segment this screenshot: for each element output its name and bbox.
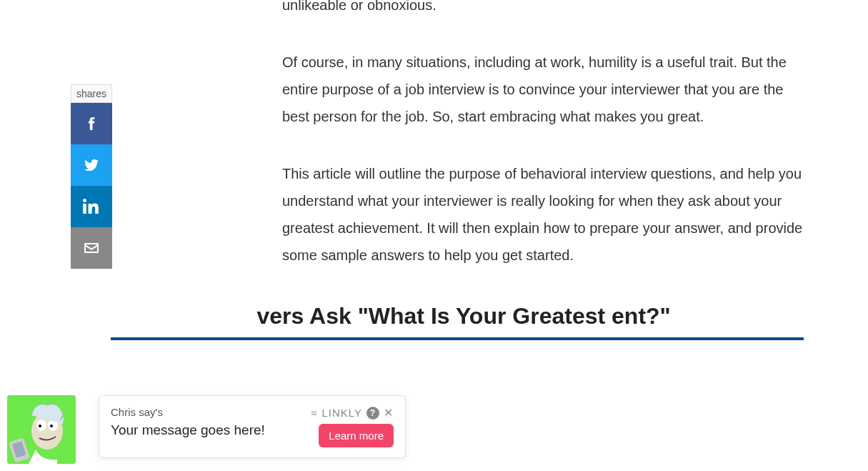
- chat-bubble: Chris say's Your message goes here! ≈ LI…: [99, 395, 406, 458]
- shares-label: shares: [71, 84, 112, 103]
- avatar-cartoon-icon: [7, 395, 76, 464]
- chat-message-text: Your message goes here!: [111, 422, 265, 438]
- paragraph: This article will outline the purpose of…: [282, 160, 804, 269]
- paragraph: Of course, in many situations, including…: [282, 49, 804, 130]
- wave-icon: ≈: [311, 407, 317, 419]
- linkedin-icon: [83, 198, 100, 215]
- share-sidebar: shares: [71, 84, 112, 269]
- help-icon[interactable]: ?: [366, 407, 379, 420]
- paragraph-text: unlikeable or obnoxious.: [282, 0, 437, 13]
- chat-widget: Chris say's Your message goes here! ≈ LI…: [7, 395, 406, 464]
- chat-brand-row: ≈ LINKLY ? ✕: [311, 406, 394, 420]
- share-email-button[interactable]: [71, 227, 112, 269]
- section-heading: vers Ask "What Is Your Greatest ent?": [111, 299, 804, 340]
- article-body: unlikeable or obnoxious. Of course, in m…: [282, 0, 804, 340]
- chat-sender-label: Chris say's: [111, 406, 265, 418]
- learn-more-button[interactable]: Learn more: [319, 424, 394, 447]
- email-icon: [83, 239, 100, 257]
- svg-point-2: [36, 420, 46, 431]
- svg-point-5: [50, 425, 53, 427]
- chat-avatar[interactable]: [7, 395, 76, 464]
- share-linkedin-button[interactable]: [71, 186, 112, 227]
- share-twitter-button[interactable]: [71, 144, 112, 186]
- heading-text: vers Ask "What Is Your Greatest ent?": [256, 303, 670, 329]
- share-facebook-button[interactable]: [71, 103, 112, 144]
- twitter-icon: [83, 157, 100, 174]
- chat-brand-name: LINKLY: [321, 407, 362, 419]
- close-icon[interactable]: ✕: [384, 406, 394, 420]
- paragraph-partial-top: unlikeable or obnoxious.: [282, 0, 804, 19]
- svg-point-4: [39, 425, 41, 427]
- facebook-icon: [83, 115, 100, 132]
